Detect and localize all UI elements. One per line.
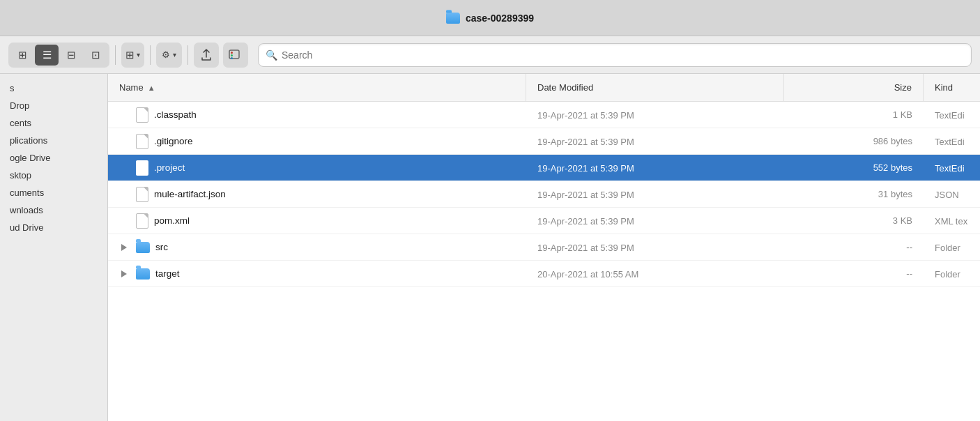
sidebar-item-sktop[interactable]: sktop	[0, 167, 107, 184]
file-row-name-cell: src	[108, 234, 526, 260]
file-name-text: pom.xml	[154, 215, 190, 226]
column-size-label: Size	[894, 82, 912, 93]
toolbar-divider-2	[150, 45, 151, 65]
sidebar-item-ud-drive[interactable]: ud Drive	[0, 219, 107, 236]
view-icon-list[interactable]: ☰	[35, 45, 59, 66]
gear-button[interactable]: ⚙ ▾	[156, 43, 182, 68]
sidebar-item-drop[interactable]: Drop	[0, 97, 107, 114]
file-kind-cell: Folder	[924, 268, 980, 280]
column-name-label: Name	[119, 82, 144, 93]
table-row[interactable]: target20-Apr-2021 at 10:55 AM--Folder	[108, 261, 980, 287]
search-bar[interactable]: 🔍	[258, 43, 972, 67]
file-kind-cell: TextEdi	[924, 162, 980, 174]
file-icon	[136, 107, 148, 123]
column-size[interactable]: Size	[784, 74, 924, 101]
sidebar-item-wnloads[interactable]: wnloads	[0, 201, 107, 219]
file-size-text: 31 bytes	[878, 189, 912, 199]
sidebar-item-ogle-drive[interactable]: ogle Drive	[0, 149, 107, 167]
window-title: case-00289399	[446, 13, 534, 24]
file-row-name-cell: .classpath	[108, 102, 526, 128]
file-icon	[136, 213, 148, 229]
sidebar-item-cuments[interactable]: cuments	[0, 184, 107, 201]
sidebar-item-plications[interactable]: plications	[0, 132, 107, 149]
file-date-text: 19-Apr-2021 at 5:39 PM	[537, 163, 634, 174]
view-icon-gallery[interactable]: ⊡	[84, 45, 107, 66]
file-date-text: 19-Apr-2021 at 5:39 PM	[537, 216, 634, 227]
table-row[interactable]: .gitignore19-Apr-2021 at 5:39 PM986 byte…	[108, 128, 980, 155]
file-kind-cell: TextEdi	[924, 135, 980, 148]
file-row-name-cell: mule-artifact.json	[108, 181, 526, 207]
file-name-text: .project	[154, 162, 185, 173]
file-kind-text: TextEdi	[935, 137, 965, 147]
title-folder-icon	[446, 13, 460, 24]
gear-arrow-icon: ▾	[173, 51, 176, 59]
file-icon	[136, 134, 148, 149]
file-date-text: 19-Apr-2021 at 5:39 PM	[537, 110, 634, 121]
file-size-text: 1 KB	[893, 109, 912, 120]
file-row-name-cell: target	[108, 261, 526, 286]
view-icon-grid[interactable]: ⊞	[10, 45, 34, 66]
file-rows: .classpath19-Apr-2021 at 5:39 PM1 KBText…	[108, 102, 980, 421]
file-size-cell: 31 bytes	[784, 189, 924, 199]
file-kind-text: Folder	[935, 269, 960, 280]
share-button[interactable]	[194, 43, 219, 68]
column-kind[interactable]: Kind	[924, 74, 980, 101]
folder-icon	[136, 268, 150, 280]
file-name-text: mule-artifact.json	[154, 189, 226, 199]
column-date-label: Date Modified	[537, 82, 593, 93]
main-area: s Drop cents plications ogle Drive sktop…	[0, 74, 980, 421]
gallery-icon: ⊡	[91, 49, 100, 61]
file-icon	[136, 187, 148, 202]
file-kind-text: TextEdi	[935, 163, 965, 174]
file-kind-text: JSON	[935, 190, 959, 200]
file-date-text: 19-Apr-2021 at 5:39 PM	[537, 190, 634, 200]
file-size-text: 3 KB	[893, 215, 912, 226]
svg-point-2	[231, 54, 233, 56]
table-row[interactable]: mule-artifact.json19-Apr-2021 at 5:39 PM…	[108, 181, 980, 208]
file-date-cell: 19-Apr-2021 at 5:39 PM	[526, 188, 784, 201]
file-kind-text: TextEdi	[935, 110, 965, 121]
chevron-down-icon: ▾	[137, 51, 140, 59]
file-size-text: --	[906, 268, 912, 279]
file-size-cell: 552 bytes	[784, 162, 924, 173]
file-date-cell: 20-Apr-2021 at 10:55 AM	[526, 268, 784, 280]
file-row-name-cell: pom.xml	[108, 208, 526, 234]
file-name-text: .classpath	[154, 109, 197, 120]
search-input[interactable]	[282, 49, 964, 61]
file-row-name-cell: .gitignore	[108, 128, 526, 154]
file-size-cell: --	[784, 242, 924, 252]
file-kind-cell: JSON	[924, 188, 980, 201]
file-kind-cell: TextEdi	[924, 109, 980, 121]
file-list-area: Name ▲ Date Modified Size Kind .classpat…	[108, 74, 980, 421]
list-icon: ☰	[43, 49, 52, 61]
group-by-button[interactable]: ⊞ ▾	[121, 43, 144, 68]
file-size-cell: 986 bytes	[784, 136, 924, 146]
file-kind-cell: XML tex	[924, 215, 980, 227]
expand-triangle-icon[interactable]	[119, 244, 130, 251]
sidebar-item-s[interactable]: s	[0, 79, 107, 97]
title-bar: case-00289399	[0, 0, 980, 36]
tag-button[interactable]	[223, 43, 248, 68]
file-date-text: 19-Apr-2021 at 5:39 PM	[537, 137, 634, 147]
gear-icon: ⚙	[162, 49, 170, 60]
file-size-cell: --	[784, 268, 924, 279]
toolbar-divider-3	[187, 45, 188, 65]
file-size-cell: 1 KB	[784, 109, 924, 120]
file-date-text: 20-Apr-2021 at 10:55 AM	[537, 269, 638, 280]
column-name[interactable]: Name ▲	[108, 74, 526, 101]
expand-triangle-icon[interactable]	[119, 270, 130, 277]
column-kind-label: Kind	[935, 82, 953, 93]
table-row[interactable]: src19-Apr-2021 at 5:39 PM--Folder	[108, 234, 980, 261]
table-row[interactable]: .project19-Apr-2021 at 5:39 PM552 bytesT…	[108, 155, 980, 181]
table-row[interactable]: pom.xml19-Apr-2021 at 5:39 PM3 KBXML tex	[108, 208, 980, 234]
file-date-cell: 19-Apr-2021 at 5:39 PM	[526, 135, 784, 148]
column-date-modified[interactable]: Date Modified	[526, 74, 784, 101]
table-row[interactable]: .classpath19-Apr-2021 at 5:39 PM1 KBText…	[108, 102, 980, 128]
view-icon-columns[interactable]: ⊟	[59, 45, 83, 66]
group-by-icon: ⊞	[125, 49, 135, 61]
sidebar-item-cents[interactable]: cents	[0, 114, 107, 132]
file-date-text: 19-Apr-2021 at 5:39 PM	[537, 243, 634, 253]
file-kind-cell: Folder	[924, 241, 980, 254]
columns-icon: ⊟	[67, 49, 76, 61]
share-icon	[200, 49, 213, 61]
